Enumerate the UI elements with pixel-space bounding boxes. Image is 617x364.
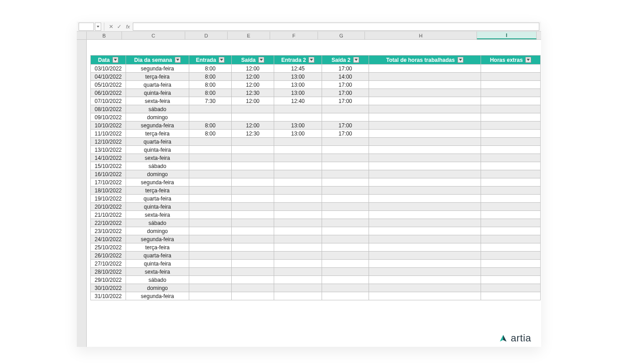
cell-D[interactable] bbox=[189, 154, 232, 162]
cell-I[interactable] bbox=[481, 276, 541, 284]
cell-I[interactable] bbox=[481, 292, 541, 300]
th-saida[interactable]: Saída bbox=[232, 56, 274, 65]
cell-G[interactable] bbox=[322, 187, 369, 195]
cell-B[interactable]: 19/10/2022 bbox=[91, 195, 126, 203]
cell-G[interactable]: 17:00 bbox=[322, 121, 369, 130]
cell-I[interactable] bbox=[481, 138, 541, 146]
cell-H[interactable] bbox=[369, 243, 481, 252]
cell-F[interactable] bbox=[274, 154, 322, 162]
cell-C[interactable]: quinta-feira bbox=[126, 89, 189, 97]
cell-I[interactable] bbox=[481, 89, 541, 97]
cell-I[interactable] bbox=[481, 211, 541, 219]
cell-I[interactable] bbox=[481, 260, 541, 268]
cell-G[interactable] bbox=[322, 243, 369, 252]
cell-I[interactable] bbox=[481, 113, 541, 121]
cell-G[interactable]: 17:00 bbox=[322, 130, 369, 138]
cell-F[interactable] bbox=[274, 203, 322, 211]
row-header-gutter[interactable] bbox=[77, 40, 87, 347]
cell-D[interactable]: 8:00 bbox=[189, 121, 232, 130]
col-header-B[interactable]: B bbox=[87, 32, 122, 39]
filter-dropdown-icon[interactable] bbox=[353, 57, 359, 63]
cell-F[interactable] bbox=[274, 276, 322, 284]
cell-H[interactable] bbox=[369, 162, 481, 170]
cell-D[interactable]: 8:00 bbox=[189, 65, 232, 73]
cell-G[interactable] bbox=[322, 211, 369, 219]
cell-C[interactable]: sexta-feira bbox=[126, 268, 189, 276]
cell-H[interactable] bbox=[369, 89, 481, 97]
cell-C[interactable]: quinta-feira bbox=[126, 146, 189, 154]
cell-E[interactable] bbox=[232, 162, 274, 170]
cell-C[interactable]: sábado bbox=[126, 276, 189, 284]
cell-F[interactable] bbox=[274, 219, 322, 227]
cell-G[interactable]: 14:00 bbox=[322, 73, 369, 81]
cell-F[interactable] bbox=[274, 252, 322, 260]
cell-C[interactable]: segunda-feira bbox=[126, 178, 189, 187]
cell-G[interactable] bbox=[322, 203, 369, 211]
cell-C[interactable]: quinta-feira bbox=[126, 203, 189, 211]
cell-B[interactable]: 27/10/2022 bbox=[91, 260, 126, 268]
cell-C[interactable]: terça-feira bbox=[126, 243, 189, 252]
cell-I[interactable] bbox=[481, 284, 541, 292]
cell-C[interactable]: domingo bbox=[126, 284, 189, 292]
cell-G[interactable] bbox=[322, 227, 369, 235]
col-header-H[interactable]: H bbox=[365, 32, 477, 39]
cell-I[interactable] bbox=[481, 219, 541, 227]
cell-G[interactable] bbox=[322, 162, 369, 170]
cell-C[interactable]: domingo bbox=[126, 113, 189, 121]
cell-E[interactable] bbox=[232, 154, 274, 162]
cell-F[interactable] bbox=[274, 260, 322, 268]
cell-E[interactable] bbox=[232, 170, 274, 178]
fx-icon[interactable]: fx bbox=[123, 24, 133, 29]
cell-H[interactable] bbox=[369, 130, 481, 138]
cell-H[interactable] bbox=[369, 211, 481, 219]
cell-E[interactable]: 12:00 bbox=[232, 73, 274, 81]
cell-G[interactable]: 17:00 bbox=[322, 81, 369, 89]
cell-B[interactable]: 29/10/2022 bbox=[91, 276, 126, 284]
cell-D[interactable] bbox=[189, 211, 232, 219]
cell-D[interactable] bbox=[189, 187, 232, 195]
cell-F[interactable]: 13:00 bbox=[274, 89, 322, 97]
cell-I[interactable] bbox=[481, 203, 541, 211]
th-dia-semana[interactable]: Dia da semana bbox=[126, 56, 189, 65]
cell-H[interactable] bbox=[369, 227, 481, 235]
name-box-dropdown[interactable] bbox=[95, 23, 101, 31]
cell-E[interactable] bbox=[232, 219, 274, 227]
cell-E[interactable]: 12:30 bbox=[232, 89, 274, 97]
cell-E[interactable] bbox=[232, 113, 274, 121]
cell-E[interactable] bbox=[232, 235, 274, 243]
cell-F[interactable] bbox=[274, 187, 322, 195]
cell-C[interactable]: terça-feira bbox=[126, 73, 189, 81]
cell-C[interactable]: domingo bbox=[126, 170, 189, 178]
cell-I[interactable] bbox=[481, 227, 541, 235]
cell-C[interactable]: terça-feira bbox=[126, 130, 189, 138]
cell-C[interactable]: quarta-feira bbox=[126, 195, 189, 203]
cell-D[interactable] bbox=[189, 162, 232, 170]
cell-F[interactable] bbox=[274, 146, 322, 154]
filter-dropdown-icon[interactable] bbox=[458, 57, 463, 63]
filter-dropdown-icon[interactable] bbox=[219, 57, 224, 63]
cell-D[interactable]: 8:00 bbox=[189, 81, 232, 89]
cell-D[interactable]: 8:00 bbox=[189, 73, 232, 81]
cell-F[interactable] bbox=[274, 170, 322, 178]
cell-G[interactable] bbox=[322, 113, 369, 121]
cell-B[interactable]: 10/10/2022 bbox=[91, 121, 126, 130]
filter-dropdown-icon[interactable] bbox=[308, 57, 314, 63]
cell-B[interactable]: 07/10/2022 bbox=[91, 97, 126, 105]
cell-E[interactable]: 12:30 bbox=[232, 130, 274, 138]
cell-E[interactable] bbox=[232, 195, 274, 203]
cell-I[interactable] bbox=[481, 65, 541, 73]
cell-C[interactable]: segunda-feira bbox=[126, 121, 189, 130]
cell-C[interactable]: sexta-feira bbox=[126, 211, 189, 219]
cell-C[interactable]: segunda-feira bbox=[126, 235, 189, 243]
cell-H[interactable] bbox=[369, 276, 481, 284]
cell-C[interactable]: quinta-feira bbox=[126, 260, 189, 268]
cell-B[interactable]: 22/10/2022 bbox=[91, 219, 126, 227]
th-saida2[interactable]: Saída 2 bbox=[322, 56, 369, 65]
cell-F[interactable] bbox=[274, 178, 322, 187]
cell-B[interactable]: 11/10/2022 bbox=[91, 130, 126, 138]
cell-E[interactable] bbox=[232, 276, 274, 284]
cell-I[interactable] bbox=[481, 252, 541, 260]
cell-E[interactable]: 12:00 bbox=[232, 121, 274, 130]
cell-E[interactable]: 12:00 bbox=[232, 65, 274, 73]
cell-D[interactable] bbox=[189, 146, 232, 154]
